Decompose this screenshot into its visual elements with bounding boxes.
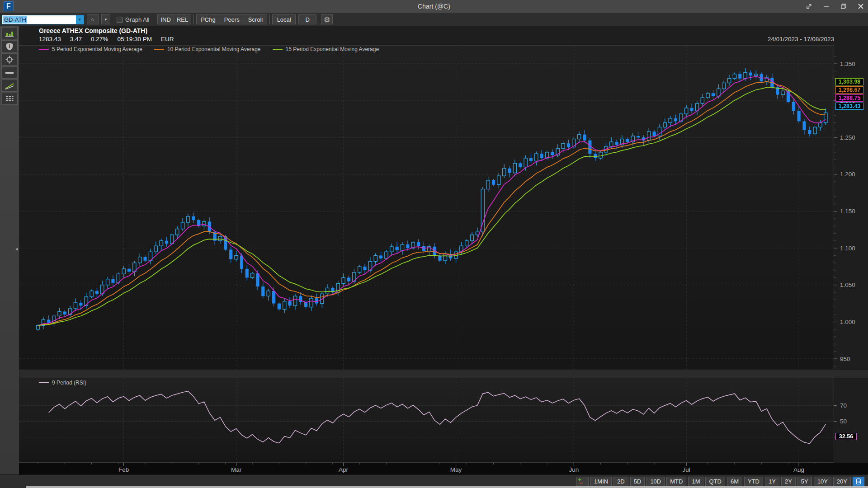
frequency-button[interactable]: D: [298, 14, 316, 24]
settings-gear-icon[interactable]: ⚙: [321, 14, 333, 24]
rsi-value-tag: 32.56: [835, 433, 857, 440]
period-button[interactable]: 10D: [646, 477, 665, 487]
symbol-text: GD-ATH: [3, 16, 27, 23]
graph-all-checkbox[interactable]: [117, 17, 123, 23]
symbol-dropdown-icon[interactable]: ▼: [76, 15, 84, 24]
grid-icon: [5, 95, 14, 102]
zoom-plus-minus-button[interactable]: ＋−: [576, 477, 589, 487]
ema5-label: 5 Period Exponential Moving Average: [52, 46, 142, 52]
horizontal-scrollbar[interactable]: [26, 486, 868, 488]
last-price: 1283.43: [39, 36, 61, 42]
horizontal-line-icon: [5, 71, 14, 75]
ema15-swatch: [273, 49, 283, 50]
svg-text:1.000: 1.000: [840, 319, 855, 325]
crosshair-icon: [5, 56, 14, 64]
chart-window: 1.3501.3001.2501.2001.1501.1001.0501.000…: [0, 0, 868, 488]
local-button[interactable]: Local: [272, 14, 296, 24]
chart-type-button[interactable]: [1, 27, 18, 39]
graph-all-label: Graph All: [125, 16, 149, 23]
svg-text:Aug: Aug: [793, 466, 804, 473]
period-button[interactable]: 2Y: [781, 477, 796, 487]
shield-icon: I: [6, 42, 13, 51]
svg-text:950: 950: [840, 356, 850, 362]
price-change: 3.47: [70, 36, 82, 42]
symbol-input[interactable]: GD-ATH ▼: [2, 15, 84, 24]
quote-grid-button[interactable]: [1, 93, 18, 105]
ema5-swatch: [39, 49, 49, 50]
svg-text:70: 70: [840, 402, 847, 409]
svg-text:1.050: 1.050: [840, 282, 855, 288]
ind-button[interactable]: IND: [157, 14, 173, 24]
period-button[interactable]: QTD: [705, 477, 725, 487]
trend-line-button[interactable]: [1, 80, 18, 92]
price-change-pct: 0.27%: [91, 36, 108, 42]
svg-text:Mar: Mar: [231, 466, 242, 473]
ema-legend: 5 Period Exponential Moving Average 10 P…: [39, 46, 379, 52]
minimize-icon[interactable]: [823, 3, 830, 10]
period-button[interactable]: 10Y: [814, 477, 831, 487]
svg-text:50: 50: [840, 418, 847, 425]
period-button[interactable]: 5Y: [797, 477, 812, 487]
quote-line: 1283.43 3.47 0.27% 05:19:30 PM EUR: [39, 36, 174, 42]
peers-button[interactable]: Peers: [220, 14, 244, 24]
svg-text:1.100: 1.100: [840, 245, 855, 252]
svg-text:Jun: Jun: [569, 466, 579, 473]
svg-text:1.150: 1.150: [840, 208, 855, 215]
rsi-label: 9 Period (RSI): [52, 380, 86, 386]
svg-text:Apr: Apr: [339, 466, 349, 473]
toolbar: GD-ATH ▼ ▼ Graph All IND REL PChg Peers …: [0, 13, 868, 26]
titlebar: F Chart (@C): [0, 0, 868, 13]
period-button[interactable]: 5D: [630, 477, 645, 487]
period-button[interactable]: MTD: [666, 477, 686, 487]
period-button[interactable]: 1M: [688, 477, 703, 487]
currency: EUR: [161, 36, 174, 42]
svg-text:May: May: [450, 466, 462, 473]
rel-button[interactable]: REL: [174, 14, 191, 24]
close-icon[interactable]: [857, 3, 864, 10]
ema15-label: 15 Period Exponential Moving Average: [286, 46, 379, 52]
chart-options-dropdown[interactable]: ▼: [101, 14, 110, 24]
rsi-swatch: [39, 382, 49, 383]
main-chart-canvas[interactable]: 1.3501.3001.2501.2001.1501.1001.0501.000…: [0, 0, 868, 488]
rsi-legend: 9 Period (RSI): [39, 380, 86, 386]
ema5-value-tag: 1,288.75: [835, 94, 863, 102]
sidebar-collapse-arrow[interactable]: ◄: [14, 247, 19, 251]
crosshair-button[interactable]: [1, 53, 18, 66]
period-button[interactable]: 2D: [613, 477, 628, 487]
date-range: 24/01/2023 - 17/08/2023: [768, 36, 834, 42]
horizontal-line-button[interactable]: [1, 66, 18, 79]
ema15-value-tag: 1,303.98: [835, 78, 863, 85]
ema10-label: 10 Period Exponential Moving Average: [167, 46, 261, 52]
indicator-shield-button[interactable]: I: [1, 40, 18, 52]
period-button[interactable]: YTD: [744, 477, 763, 487]
period-button[interactable]: 1Y: [765, 477, 779, 487]
scroll-button[interactable]: Scroll: [244, 14, 268, 24]
search-button[interactable]: [87, 14, 99, 24]
quote-time: 05:19:30 PM: [117, 36, 152, 42]
restore-icon[interactable]: [840, 3, 847, 10]
ema10-swatch: [154, 49, 164, 50]
last-price-tag: 1,283.43: [835, 103, 863, 110]
bar-chart-icon: [5, 30, 14, 37]
svg-text:Feb: Feb: [118, 466, 129, 473]
period-button[interactable]: 1MIN: [590, 477, 612, 487]
ema10-value-tag: 1,298.67: [835, 86, 863, 94]
instrument-title: Greece ATHEX Composite (GD-ATH): [39, 27, 147, 34]
undock-icon[interactable]: [806, 3, 813, 10]
svg-text:1.250: 1.250: [840, 134, 855, 141]
svg-text:I: I: [9, 44, 10, 49]
svg-text:1.350: 1.350: [840, 61, 855, 67]
period-button[interactable]: 6M: [727, 477, 742, 487]
calendar-icon: 31: [856, 479, 861, 484]
trend-lines-icon: [5, 82, 14, 89]
svg-text:1.200: 1.200: [840, 171, 855, 178]
pchg-button[interactable]: PChg: [196, 14, 220, 24]
window-title: Chart (@C): [0, 3, 868, 10]
svg-text:Jul: Jul: [683, 466, 690, 473]
period-button[interactable]: 20Y: [833, 477, 851, 487]
calendar-button[interactable]: 31: [853, 477, 864, 487]
